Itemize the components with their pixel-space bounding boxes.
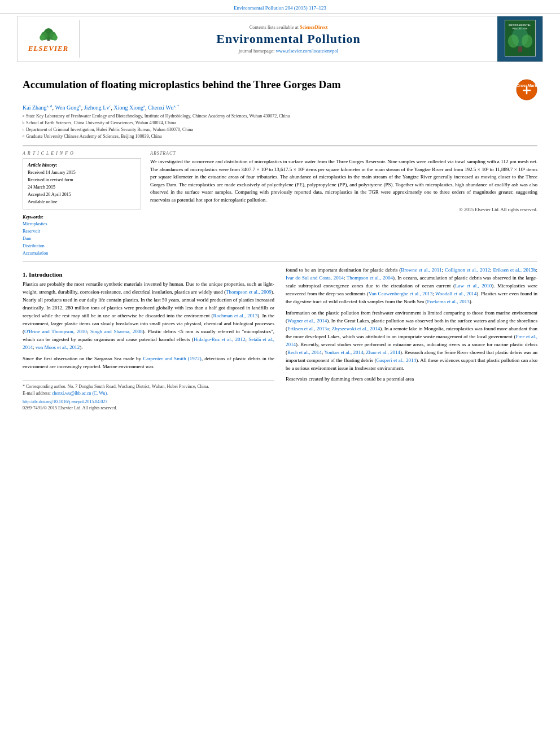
article-info-box: Article history: Received 14 January 201…	[23, 158, 141, 209]
article-info-abstract-section: A R T I C L E I N F O Article history: R…	[23, 146, 537, 262]
keyword-accumulation[interactable]: Accumulation	[23, 250, 141, 257]
doi-link[interactable]: http://dx.doi.org/10.1016/j.envpol.2015.…	[23, 399, 107, 404]
svg-text:POLLUTION: POLLUTION	[512, 27, 527, 30]
svg-point-4	[40, 34, 45, 41]
keyword-dam[interactable]: Dam	[23, 235, 141, 243]
intro-paragraph-1: Plastics are probably the most versatile…	[23, 281, 274, 351]
svg-point-5	[52, 34, 57, 41]
author-xiong-xiong[interactable]: Xiong Xiong	[114, 104, 144, 111]
author-jizhong-lv[interactable]: Jizhong Lv	[84, 104, 110, 111]
elsevier-tree-icon	[34, 25, 63, 42]
keyword-reservoir[interactable]: Reservoir	[23, 228, 141, 235]
keywords-label: Keywords:	[23, 214, 141, 220]
affiliations: a State Key Laboratory of Freshwater Eco…	[23, 113, 537, 140]
ref-eriksen-2013a[interactable]: Eriksen et al., 2013a	[287, 326, 329, 331]
ref-rech-2014[interactable]: Rech et al., 2014	[287, 350, 322, 355]
ref-ivar-2014[interactable]: Ivar do Sul and Costa, 2014	[286, 275, 344, 281]
affil-d: d Graduate University Chinese Academy of…	[23, 133, 537, 140]
author-wen-gong[interactable]: Wen Gong	[55, 104, 79, 111]
ref-woodall-2014[interactable]: Woodall et al., 2014	[435, 291, 476, 296]
doi-line: http://dx.doi.org/10.1016/j.envpol.2015.…	[23, 399, 274, 404]
copyright-line: © 2015 Elsevier Ltd. All rights reserved…	[150, 207, 537, 212]
ref-collignon-2012[interactable]: Collignon et al., 2012	[445, 267, 490, 273]
abstract-label: ABSTRACT	[150, 151, 537, 156]
ref-yonkos-2014[interactable]: Yonkos et al., 2014	[324, 350, 363, 355]
issn-line: 0269-7491/© 2015 Elsevier Ltd. All right…	[23, 405, 274, 410]
right-paragraph-3: Reservoirs created by damming rivers cou…	[286, 375, 537, 383]
email-link[interactable]: chenxi.wu@ihb.ac.cn (C. Wu).	[52, 391, 108, 396]
svg-point-8	[508, 34, 518, 47]
right-paragraph-1: found to be an important destination for…	[286, 267, 537, 306]
ref-eriksen-2013b[interactable]: Eriksen et al., 2013b	[493, 267, 536, 273]
ref-rochman-2013[interactable]: Rochman et al., 2013	[213, 313, 257, 318]
abstract-text: We investigated the occurrence and distr…	[150, 158, 537, 204]
svg-text:ENVIRONMENTAL: ENVIRONMENTAL	[509, 24, 531, 27]
banner-center: Contents lists available at ScienceDirec…	[80, 20, 497, 58]
ref-free-2014[interactable]: Free et al., 2014	[286, 334, 537, 347]
cover-image: ENVIRONMENTAL POLLUTION	[505, 20, 536, 56]
affil-c: c Department of Criminal Investigation, …	[23, 126, 537, 133]
ref-vancauw-2013[interactable]: Van Cauwenberghe et al., 2013	[369, 291, 432, 296]
article-title-row: Accumulation of floating microplastics b…	[23, 78, 537, 101]
main-content: Accumulation of floating microplastics b…	[0, 64, 560, 416]
ref-browne-2011[interactable]: Browne et al., 2011	[401, 267, 441, 273]
cover-svg: ENVIRONMENTAL POLLUTION	[505, 20, 536, 56]
keyword-distribution[interactable]: Distribution	[23, 243, 141, 250]
sciencedirect-line: Contents lists available at ScienceDirec…	[250, 24, 328, 30]
email-note: E-mail address: chenxi.wu@ihb.ac.cn (C. …	[23, 390, 274, 397]
journal-banner: ELSEVIER Contents lists available at Sci…	[17, 16, 543, 62]
ref-foekema-2013[interactable]: Foekema et al., 2013	[427, 299, 469, 304]
body-left-column: 1. Introduction Plastics are probably th…	[23, 267, 274, 410]
keywords-box: Keywords: Microplastics Reservoir Dam Di…	[23, 214, 141, 257]
author-chenxi-wu[interactable]: Chenxi Wu	[148, 104, 173, 111]
journal-cover-thumbnail: ENVIRONMENTAL POLLUTION	[497, 16, 542, 62]
left-column: A R T I C L E I N F O Article history: R…	[23, 151, 141, 257]
intro-heading: 1. Introduction	[23, 271, 274, 278]
journal-citation-header: Environmental Pollution 204 (2015) 117–1…	[0, 0, 560, 14]
elsevier-text: ELSEVIER	[28, 44, 69, 53]
affil-a: a State Key Laboratory of Freshwater Eco…	[23, 113, 537, 120]
ref-gasperi-2014[interactable]: Gasperi et al., 2014	[377, 357, 417, 363]
journal-name-banner: Environmental Pollution	[216, 32, 360, 46]
crossmark-icon: CrossMark	[516, 79, 537, 101]
homepage-link[interactable]: www.elsevier.com/locate/envpol	[275, 48, 338, 54]
accepted-date: Accepted 26 April 2015	[28, 191, 136, 199]
ref-zhao-2014[interactable]: Zhao et al., 2014	[366, 350, 400, 355]
online-date: Available online	[28, 199, 136, 206]
body-right-column: found to be an important destination for…	[286, 267, 537, 410]
article-history-label: Article history:	[28, 162, 136, 168]
ref-wagner-2014[interactable]: Wagner et al., 2014	[287, 318, 327, 324]
right-column: ABSTRACT We investigated the occurrence …	[150, 151, 537, 257]
elsevier-logo-block: ELSEVIER	[18, 20, 80, 58]
authors-line: Kai Zhanga, d, Wen Gongb, Jizhong Lvc, X…	[23, 104, 537, 111]
sciencedirect-link[interactable]: ScienceDirect	[300, 24, 327, 30]
svg-rect-10	[518, 47, 522, 53]
ref-carpenter-1972[interactable]: Carpenter and Smith (1972)	[143, 356, 202, 361]
corresponding-author-note: * Corresponding author. No. 7 Donghu Sou…	[23, 383, 274, 390]
body-section: 1. Introduction Plastics are probably th…	[23, 267, 537, 410]
ref-zbyszewski-2014[interactable]: Zbyszewski et al., 2014	[332, 326, 380, 331]
keyword-microplastics[interactable]: Microplastics	[23, 221, 141, 228]
ref-law-2010[interactable]: Law et al., 2010	[455, 283, 492, 289]
affil-b: b School of Earth Sciences, China Univer…	[23, 120, 537, 126]
crossmark-badge[interactable]: CrossMark	[516, 79, 537, 101]
right-paragraph-2: Information on the plastic pollution fro…	[286, 309, 537, 373]
received-date: Received 14 January 2015	[28, 169, 136, 177]
homepage-line: journal homepage: www.elsevier.com/locat…	[239, 48, 338, 54]
svg-point-9	[521, 34, 532, 47]
footnote-area: * Corresponding author. No. 7 Donghu Sou…	[23, 380, 274, 397]
ref-thompson-2004[interactable]: Thompson et al., 2004	[347, 275, 393, 281]
ref-vonmoos-2012[interactable]: von Moos et al., 2012	[36, 344, 80, 350]
ref-obrine-2010[interactable]: O'Brine and Thompson, 2010	[24, 329, 87, 334]
ref-singh-2008[interactable]: Singh and Sharma, 2008	[90, 329, 143, 334]
intro-paragraph-2: Since the first observation on the Sarga…	[23, 355, 274, 371]
revised-date: Received in revised form24 March 2015	[28, 177, 136, 191]
ref-thompson-2009[interactable]: Thompson et al., 2009	[226, 289, 272, 295]
author-kai-zhang[interactable]: Kai Zhang	[23, 104, 47, 111]
article-title: Accumulation of floating microplastics b…	[23, 78, 510, 91]
ref-hidalgo-2012[interactable]: Hidalgo-Ruz et al., 2012	[194, 337, 246, 342]
article-info-section-label: A R T I C L E I N F O	[23, 151, 141, 156]
journal-citation-link[interactable]: Environmental Pollution 204 (2015) 117–1…	[234, 5, 326, 11]
